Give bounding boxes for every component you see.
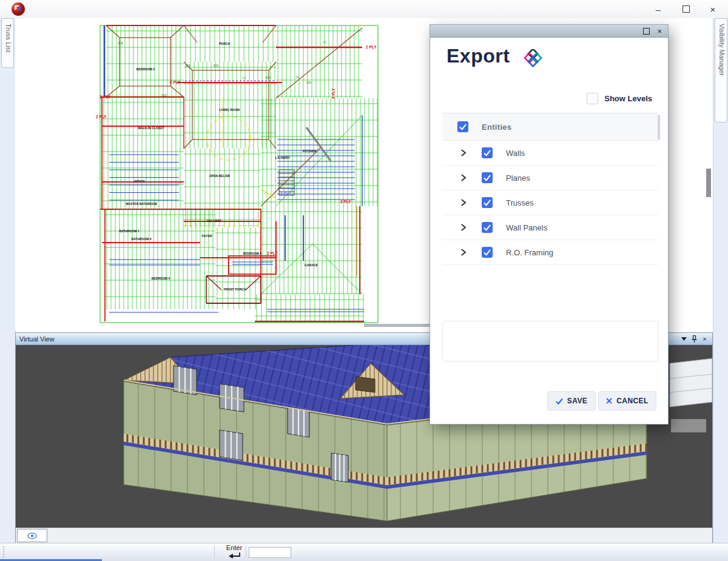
separator <box>246 546 246 557</box>
maximize-button[interactable] <box>672 0 700 18</box>
svg-text:2 PLY: 2 PLY <box>100 95 111 99</box>
wall-panels-checkbox[interactable] <box>482 222 493 233</box>
svg-text:HALLWAY: HALLWAY <box>207 219 222 223</box>
check-icon <box>482 198 492 207</box>
svg-text:2 PLY: 2 PLY <box>340 200 351 204</box>
toolbar-grip[interactable] <box>3 546 4 557</box>
close-button[interactable]: × <box>699 0 727 18</box>
brand-logo-icon <box>524 49 545 67</box>
cancel-button-label: CANCEL <box>616 397 648 405</box>
eye-icon <box>27 532 37 539</box>
enter-hint: Enter <box>223 544 245 561</box>
svg-text:OPEN BELOW: OPEN BELOW <box>209 174 230 178</box>
plan-horizontal-scrollbar[interactable] <box>364 324 432 327</box>
chevron-right-icon[interactable] <box>460 174 467 181</box>
svg-text:BEDROOM 4: BEDROOM 4 <box>152 277 170 280</box>
svg-text:2 PLY: 2 PLY <box>331 88 335 99</box>
entities-header-row: Entities <box>442 113 658 141</box>
svg-text:MASTER BATHROOM: MASTER BATHROOM <box>126 202 157 206</box>
entity-row-ro-framing[interactable]: R.O. Framing <box>442 240 658 265</box>
svg-text:E15: E15 <box>214 64 219 67</box>
caret-down-icon <box>681 337 687 341</box>
entity-row-planes[interactable]: Planes <box>442 166 658 190</box>
svg-text:2 PLY: 2 PLY <box>96 115 107 119</box>
svg-text:GARAGE: GARAGE <box>305 263 318 267</box>
chevron-right-icon[interactable] <box>460 224 467 231</box>
chevron-right-icon[interactable] <box>460 249 467 256</box>
left-dock-strip: Truss List <box>0 18 16 543</box>
panel-pin-button[interactable] <box>689 334 699 343</box>
svg-text:KITCHEN: KITCHEN <box>303 149 317 153</box>
plan-vertical-scrollbar[interactable] <box>706 169 711 197</box>
svg-text:FRONT PORCH: FRONT PORCH <box>224 287 246 291</box>
chevron-right-icon[interactable] <box>460 199 467 206</box>
export-dialog-close-button[interactable]: × <box>657 26 662 36</box>
entities-list: Entities Walls Planes Trusses Wall Panel… <box>442 113 658 265</box>
svg-text:2 PLY: 2 PLY <box>280 192 291 196</box>
walls-checkbox[interactable] <box>482 147 493 158</box>
virtual-view-tabstrip <box>16 528 712 543</box>
right-edge-blocks <box>670 358 712 432</box>
entity-row-walls[interactable]: Walls <box>442 141 658 166</box>
app-logo-icon <box>11 2 25 16</box>
svg-text:L1: L1 <box>323 41 327 44</box>
check-icon <box>482 173 492 183</box>
panel-menu-button[interactable] <box>679 334 689 343</box>
panel-close-button[interactable]: × <box>699 334 710 343</box>
svg-text:L6: L6 <box>296 76 300 79</box>
enter-label: Enter <box>223 544 245 551</box>
show-levels-label: Show Levels <box>604 94 652 103</box>
entity-row-label: Wall Panels <box>506 223 547 232</box>
svg-text:LIVING ROOM: LIVING ROOM <box>219 108 240 112</box>
show-levels-checkbox[interactable] <box>587 93 598 104</box>
export-dialog-maximize-button[interactable] <box>643 26 650 36</box>
x-icon <box>606 398 612 404</box>
export-dialog-title: Export <box>447 45 510 67</box>
svg-text:S16: S16 <box>306 81 312 84</box>
chevron-right-icon[interactable] <box>460 149 467 156</box>
svg-text:PORCH: PORCH <box>219 42 230 45</box>
entity-row-label: Trusses <box>506 198 534 207</box>
title-bar: – × <box>0 0 728 19</box>
check-icon <box>482 148 492 158</box>
svg-text:B10: B10 <box>266 76 271 79</box>
check-icon <box>556 398 563 405</box>
truss-list-tab[interactable]: Truss List <box>1 18 14 68</box>
entity-row-label: R.O. Framing <box>506 248 553 257</box>
entities-scrollbar[interactable] <box>658 115 660 139</box>
visibility-manager-tab[interactable]: Visibility Manager <box>715 18 727 123</box>
check-icon <box>482 247 492 257</box>
status-bar: Enter <box>0 543 728 561</box>
svg-text:FOYER: FOYER <box>201 234 212 238</box>
svg-text:WALK-IN CLOSET: WALK-IN CLOSET <box>138 126 164 130</box>
application-window: { "title_bar": {"minimize_icon": "–", "c… <box>0 0 728 561</box>
svg-text:BEDROOM 2: BEDROOM 2 <box>136 67 155 71</box>
minimize-button[interactable]: – <box>644 0 672 18</box>
svg-text:2 PLY: 2 PLY <box>170 80 181 84</box>
enter-key-icon <box>227 552 241 560</box>
entity-row-trusses[interactable]: Trusses <box>442 190 658 215</box>
cancel-button[interactable]: CANCEL <box>598 391 656 411</box>
entity-row-wall-panels[interactable]: Wall Panels <box>442 215 658 240</box>
command-input[interactable] <box>249 547 291 558</box>
maximize-icon <box>682 5 690 13</box>
ro-framing-checkbox[interactable] <box>482 247 493 258</box>
export-dialog-titlebar: × <box>430 25 668 38</box>
right-dock-strip: Visibility Manager <box>713 18 728 543</box>
maximize-icon <box>643 28 650 35</box>
entities-checkbox[interactable] <box>457 121 468 132</box>
save-button[interactable]: SAVE <box>547 391 596 411</box>
svg-text:LAUNDRY: LAUNDRY <box>275 156 291 160</box>
trusses-checkbox[interactable] <box>482 197 493 208</box>
export-dialog-footer: SAVE CANCEL <box>430 391 668 411</box>
check-icon <box>482 223 492 232</box>
svg-text:OFFICE: OFFICE <box>134 180 146 183</box>
svg-text:BATHROOM 1: BATHROOM 1 <box>119 229 139 233</box>
entities-header-label: Entities <box>482 123 511 132</box>
export-dialog: × Export Show Levels Entities Walls Plan… <box>430 24 669 425</box>
levels-empty-panel <box>442 321 658 361</box>
svg-text:2 PLY: 2 PLY <box>366 45 377 49</box>
planes-checkbox[interactable] <box>482 172 493 183</box>
svg-text:E16: E16 <box>186 64 191 67</box>
view-visibility-tab-button[interactable] <box>17 529 47 542</box>
